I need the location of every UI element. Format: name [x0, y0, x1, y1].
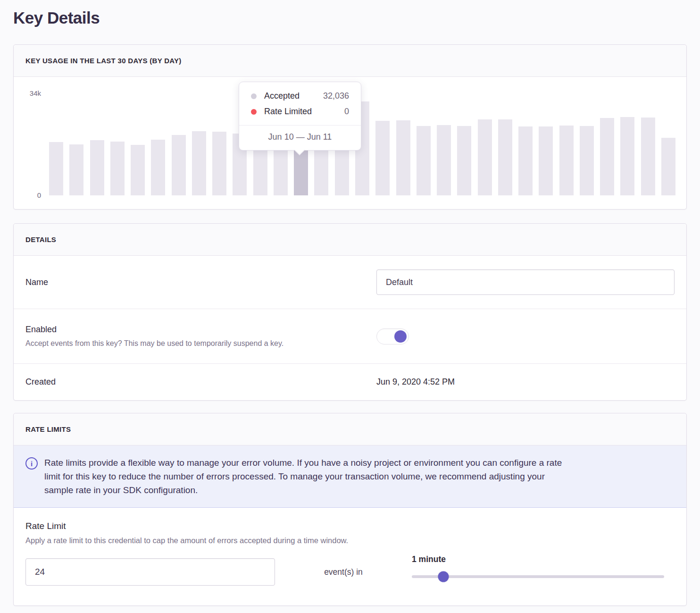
enabled-label: Enabled [25, 325, 367, 335]
tooltip-row: Rate Limited0 [251, 104, 349, 119]
created-row-control: Jun 9, 2020 4:52 PM [376, 377, 675, 387]
tooltip-series-label: Accepted [264, 91, 300, 101]
usage-bar[interactable] [49, 142, 63, 195]
usage-bar[interactable] [580, 126, 594, 195]
usage-bar[interactable] [396, 120, 410, 195]
usage-bar[interactable] [518, 126, 533, 195]
usage-bar[interactable] [69, 144, 83, 195]
created-row-label: Created [25, 377, 376, 387]
tooltip-series-value: 0 [344, 107, 349, 117]
tooltip-legend: Accepted32,036Rate Limited0 [239, 82, 361, 126]
rate-limit-count-input[interactable] [25, 558, 275, 586]
created-value: Jun 9, 2020 4:52 PM [376, 377, 455, 386]
rate-limit-window-slider[interactable] [412, 575, 664, 578]
info-icon: i [25, 457, 38, 470]
rate-limit-controls: event(s) in 1 minute [25, 554, 675, 586]
name-row-label: Name [25, 277, 376, 287]
rate-limits-panel: RATE LIMITS i Rate limits provide a flex… [13, 413, 687, 606]
usage-bar[interactable] [478, 119, 492, 195]
usage-bar[interactable] [661, 138, 675, 195]
usage-bar[interactable] [375, 121, 390, 195]
alert-text: Rate limits provide a flexible way to ma… [44, 456, 562, 497]
usage-bar[interactable] [498, 119, 512, 195]
usage-bar[interactable] [457, 126, 471, 195]
enabled-toggle[interactable] [376, 328, 409, 344]
rate-limits-panel-header: RATE LIMITS [14, 413, 686, 445]
tooltip-series-value: 32,036 [323, 91, 349, 101]
usage-bar[interactable] [151, 140, 165, 195]
rate-limit-label: Rate Limit [25, 521, 675, 531]
name-row: Name [14, 256, 686, 309]
usage-chart: 34k 0 Accepted32,036Rate Limited0 Jun 10… [14, 77, 686, 209]
details-panel: DETAILS Name Enabled Accept events from … [13, 223, 687, 401]
name-label: Name [25, 277, 367, 287]
chart-tooltip: Accepted32,036Rate Limited0 Jun 10 — Jun… [239, 82, 361, 151]
usage-bar[interactable] [110, 142, 125, 195]
usage-bar[interactable] [417, 126, 431, 195]
name-input[interactable] [376, 269, 675, 295]
legend-dot-icon [251, 109, 257, 115]
usage-bar[interactable] [131, 145, 145, 195]
rate-limit-connector-text: event(s) in [324, 567, 363, 577]
enabled-row: Enabled Accept events from this key? Thi… [14, 309, 686, 364]
enabled-row-label: Enabled Accept events from this key? Thi… [25, 325, 376, 348]
usage-bar[interactable] [437, 125, 451, 195]
usage-bar[interactable] [641, 118, 655, 195]
rate-limit-window-label: 1 minute [412, 554, 675, 564]
usage-bar[interactable] [212, 132, 226, 195]
page-title: Key Details [13, 0, 687, 27]
enabled-description: Accept events from this key? This may be… [25, 339, 367, 348]
usage-panel: KEY USAGE IN THE LAST 30 DAYS (BY DAY) 3… [13, 44, 687, 210]
rate-limit-window-group: 1 minute [412, 554, 675, 578]
tooltip-row: Accepted32,036 [251, 88, 349, 104]
y-axis-min-label: 0 [28, 191, 41, 199]
usage-bar[interactable] [600, 118, 614, 195]
legend-dot-icon [251, 93, 257, 99]
name-row-control [376, 269, 675, 295]
rate-limit-description: Apply a rate limit to this credential to… [25, 536, 675, 545]
tooltip-series-label: Rate Limited [264, 107, 312, 117]
usage-bar[interactable] [172, 135, 186, 195]
details-panel-header: DETAILS [14, 224, 686, 256]
usage-bar[interactable] [620, 117, 634, 195]
key-details-page: Key Details KEY USAGE IN THE LAST 30 DAY… [0, 0, 700, 613]
bar-series [49, 95, 675, 195]
enabled-row-control [376, 328, 675, 344]
usage-bar[interactable] [90, 140, 104, 195]
y-axis-max-label: 34k [28, 89, 41, 97]
slider-thumb[interactable] [438, 571, 449, 582]
usage-bar[interactable] [192, 131, 206, 195]
toggle-knob [394, 330, 407, 343]
created-row: Created Jun 9, 2020 4:52 PM [14, 364, 686, 400]
created-label: Created [25, 377, 367, 387]
rate-limit-row: Rate Limit Apply a rate limit to this cr… [14, 508, 686, 605]
usage-panel-header: KEY USAGE IN THE LAST 30 DAYS (BY DAY) [14, 45, 686, 77]
rate-limits-info-alert: i Rate limits provide a flexible way to … [14, 445, 686, 508]
usage-bar[interactable] [559, 126, 574, 195]
usage-bar[interactable] [539, 126, 553, 195]
